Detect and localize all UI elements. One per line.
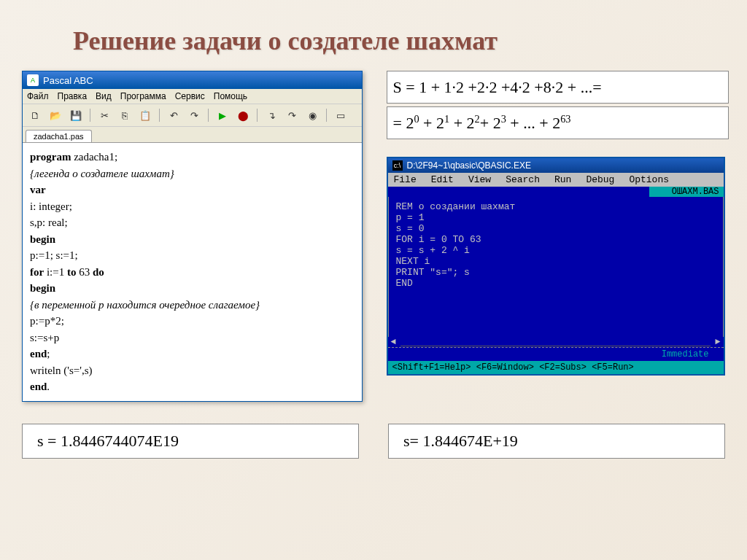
qbasic-title-text: D:\2F94~1\qbasic\QBASIC.EXE — [407, 160, 531, 171]
pascal-editor[interactable]: program zadacha1;{легенда о создателе ша… — [23, 142, 362, 401]
qbasic-titlebar: c:\ D:\2F94~1\qbasic\QBASIC.EXE — [388, 158, 724, 173]
pascal-toolbar: 🗋 📂 💾 ✂ ⎘ 📋 ↶ ↷ ▶ ⬤ ↴ ↷ ◉ ▭ — [23, 104, 362, 127]
qb-menu-debug[interactable]: Debug — [583, 174, 617, 185]
qb-menu-view[interactable]: View — [465, 174, 494, 185]
menu-view[interactable]: Вид — [96, 91, 112, 101]
formula-line-1: S = 1 + 1·2 +2·2 +4·2 +8·2 + ...= — [387, 71, 729, 104]
pascal-title-text: Pascal ABC — [43, 75, 93, 86]
result-right: s= 1.844674E+19 — [388, 424, 725, 459]
pascal-app-icon: A — [27, 74, 39, 86]
qbasic-statusbar: <Shift+F1=Help> <F6=Window> <F2=Subs> <F… — [388, 361, 724, 374]
copy-icon[interactable]: ⎘ — [117, 107, 133, 123]
run-icon[interactable]: ▶ — [214, 107, 231, 123]
menu-help[interactable]: Помощь — [214, 91, 247, 101]
qb-menu-file[interactable]: File — [391, 174, 419, 185]
cut-icon[interactable]: ✂ — [96, 107, 112, 123]
step-into-icon[interactable]: ↴ — [263, 107, 279, 123]
undo-icon[interactable]: ↶ — [166, 107, 182, 123]
save-file-icon[interactable]: 💾 — [68, 107, 84, 123]
pascal-tab[interactable]: zadacha1.pas — [26, 130, 92, 142]
menu-service[interactable]: Сервис — [175, 91, 205, 101]
toolbar-separator — [90, 109, 90, 122]
formula-line-2: = 20 + 21 + 22+ 23 + ... + 263 — [387, 106, 729, 139]
pascal-menubar: Файл Правка Вид Программа Сервис Помощь — [23, 89, 362, 104]
pascal-titlebar: A Pascal ABC — [23, 71, 362, 89]
qb-menu-run[interactable]: Run — [551, 174, 574, 185]
menu-program[interactable]: Программа — [120, 91, 166, 101]
open-file-icon[interactable]: 📂 — [47, 107, 63, 123]
qbasic-menubar: File Edit View Search Run Debug Options — [388, 173, 724, 187]
step-over-icon[interactable]: ↷ — [284, 107, 300, 123]
toolbar-separator — [326, 109, 327, 122]
result-left: s = 1.8446744074E19 — [22, 424, 359, 459]
toolbar-separator — [159, 109, 160, 122]
qbasic-editor[interactable]: REM о создании шахматp = 1s = 0FOR i = 0… — [388, 197, 724, 337]
qb-menu-options[interactable]: Options — [626, 174, 672, 185]
qbasic-scrollbar[interactable]: ◄► — [388, 337, 724, 347]
cmd-icon: c:\ — [392, 160, 403, 171]
qbasic-window: c:\ D:\2F94~1\qbasic\QBASIC.EXE File Edi… — [387, 157, 725, 376]
breakpoint-icon[interactable]: ◉ — [304, 107, 320, 123]
pascal-window: A Pascal ABC Файл Правка Вид Программа С… — [22, 71, 363, 402]
qb-menu-search[interactable]: Search — [503, 174, 543, 185]
redo-icon[interactable]: ↷ — [186, 107, 202, 123]
qbasic-file-label: ОШАХМ.BAS — [649, 187, 724, 197]
pascal-tabbar: zadacha1.pas — [23, 127, 362, 142]
menu-file[interactable]: Файл — [27, 91, 49, 101]
slide-title: Решение задачи о создателе шахмат — [0, 0, 747, 71]
stop-icon[interactable]: ⬤ — [235, 107, 251, 123]
toolbar-separator — [257, 109, 258, 122]
qb-menu-edit[interactable]: Edit — [428, 174, 457, 185]
menu-edit[interactable]: Правка — [58, 91, 88, 101]
toolbar-separator — [208, 109, 209, 122]
new-file-icon[interactable]: 🗋 — [27, 107, 43, 123]
output-icon[interactable]: ▭ — [333, 107, 349, 123]
qbasic-immediate-label: Immediate — [388, 347, 724, 361]
paste-icon[interactable]: 📋 — [137, 107, 153, 123]
